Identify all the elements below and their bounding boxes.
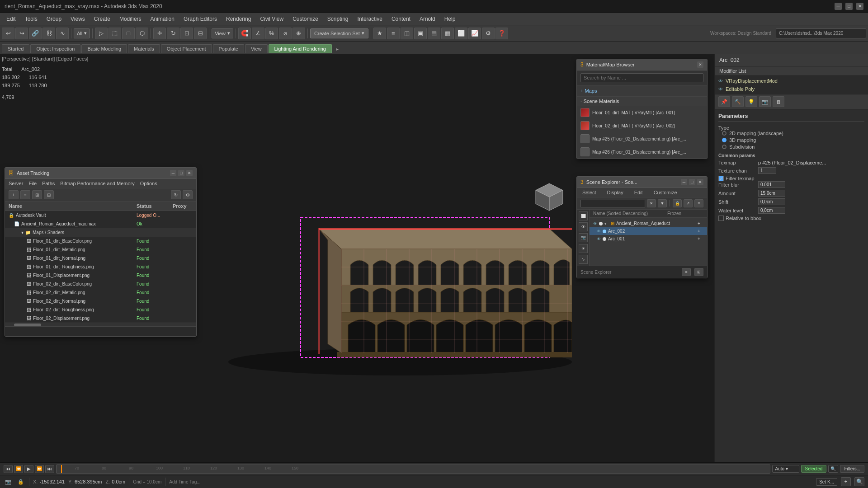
render-btn[interactable]: ▣ [414,28,427,39]
menu-group[interactable]: Group [42,14,66,24]
select-poly-button[interactable]: ⬡ [136,28,148,39]
relative-bbox-row[interactable]: Relative to bbox [718,216,864,221]
mat-entry-3[interactable]: Map #25 (Floor_02_Displacement.png) [Arc… [577,132,707,145]
scene-side-btn5[interactable]: ∿ [579,255,588,264]
modifier-editable-poly[interactable]: 👁 Editable Poly [715,85,868,93]
asset-menu-server[interactable]: Server [9,181,23,186]
asset-menu-bitmap[interactable]: Bitmap Performance and Memory [60,181,134,186]
rp-cam-btn[interactable]: 📷 [759,96,771,107]
filters-btn[interactable]: Filters... [840,465,864,473]
asset-menu-file[interactable]: File [28,181,37,186]
tab-basic-modeling[interactable]: Basic Modeling [81,44,127,53]
scene-tab-display[interactable]: Display [602,188,629,197]
asset-row-tex8[interactable]: 🖼Floor_02_dirt_Normal.png Found [5,297,196,305]
create-selection-button[interactable]: Create Selection Set ▾ [310,28,368,38]
rp-pin-btn[interactable]: 📌 [718,96,730,107]
mat-entry-2[interactable]: Floor_02_dirt_MAT ( VRayMtl ) [Arc_002] [577,119,707,132]
menu-create[interactable]: Create [90,14,115,24]
rp-hammer-btn[interactable]: 🔨 [732,96,744,107]
scene-materials-header[interactable]: - Scene Materials [577,97,707,106]
asset-row-file[interactable]: 📄 Ancient_Roman_Aqueduct_max.max Ok [5,220,196,228]
tab-object-inspection[interactable]: Object Inspection [30,44,80,53]
asset-tb-refresh[interactable]: ↻ [171,190,181,199]
scene-item-group[interactable]: 👁 ▾ ⊞ Ancient_Roman_Aqueduct + [590,220,707,227]
asset-menu-paths[interactable]: Paths [42,181,55,186]
filter-texmap-row[interactable]: ✓ Filter texmap [718,176,864,181]
asset-close-btn[interactable]: ✕ [186,170,193,176]
scene-side-btn3[interactable]: 📷 [579,233,588,242]
settings-btn[interactable]: ⚙ [482,28,495,39]
tab-populate[interactable]: Populate [213,44,244,53]
select-region-button[interactable]: ⬚ [108,28,121,39]
filter-blur-input[interactable] [758,181,785,188]
menu-tools[interactable]: Tools [20,14,42,24]
scene-tb-filter[interactable]: ▼ [658,199,667,207]
tree-eye-arc002[interactable]: 👁 [597,229,601,234]
menu-rendering[interactable]: Rendering [222,14,255,24]
asset-row-tex4[interactable]: 🖼Floor_01_dirt_Roughness.png Found [5,263,196,271]
material-panel[interactable]: 3 Material/Map Browser ✕ + Maps - Scene … [576,59,708,159]
menu-graph-editors[interactable]: Graph Editors [179,14,222,24]
scene-side-btn4[interactable]: ☀ [579,244,588,253]
menu-arnold[interactable]: Arnold [415,14,440,24]
material-maps-toggle[interactable]: + Maps [580,88,597,94]
scrollbar-thumb[interactable] [14,324,41,326]
menu-interactive[interactable]: Interactive [353,14,387,24]
set-k-btn[interactable]: Set K... [816,478,837,486]
asset-menu-options[interactable]: Options [140,181,157,186]
vp-lock-icon[interactable]: 🔒 [16,478,25,486]
relative-bbox-checkbox[interactable] [718,216,724,221]
display-btn[interactable]: ◫ [401,28,413,39]
asset-row-tex9[interactable]: 🖼Floor_02_dirt_Roughness.png Found [5,305,196,314]
add-time-tag[interactable]: Add Time Tag... [169,479,200,484]
menu-edit[interactable]: Edit [2,14,20,24]
snap-percent[interactable]: % [265,28,278,39]
auto-dropdown[interactable]: Auto ▾ [772,465,799,473]
minimize-button[interactable]: ─ [835,3,842,10]
type-3d[interactable]: 3D mapping [722,137,864,143]
render2-btn[interactable]: ▤ [428,28,440,39]
scene-tb-clear[interactable]: ✕ [647,199,656,207]
scene-tb-lock[interactable]: 🔒 [673,199,682,207]
xform-button[interactable]: ⊕ [292,28,305,39]
timeline-area[interactable]: 70 80 90 100 110 120 130 140 150 [56,465,770,474]
rp-light-btn[interactable]: 💡 [745,96,757,107]
asset-row-tex7[interactable]: 🖼Floor_02_dirt_Metalic.png Found [5,288,196,297]
anim-play-btn[interactable]: ▶ [24,465,33,473]
asset-row-maps-folder[interactable]: ▾ 📁 Maps / Shaders [5,228,196,237]
anim-start-btn[interactable]: ⏮ [4,465,13,473]
move-button[interactable]: ✛ [153,28,166,39]
menu-content[interactable]: Content [387,14,415,24]
modifier-eye-icon[interactable]: 👁 [718,79,723,84]
material-panel-header[interactable]: 3 Material/Map Browser ✕ [577,59,707,70]
texture-chan-input[interactable] [758,167,776,174]
menu-help[interactable]: Help [440,14,460,24]
render3-btn[interactable]: ▦ [441,28,454,39]
maximize-button[interactable]: □ [845,3,853,10]
type-2d[interactable]: 2D mapping (landscape) [722,131,864,136]
scene-maximize-btn[interactable]: □ [689,179,695,185]
view-dropdown[interactable]: View ▾ [212,28,233,38]
asset-tracking-panel[interactable]: 🗄 Asset Tracking ─ □ ✕ Server File Paths… [5,167,197,337]
curve-ed-btn[interactable]: 📈 [468,28,481,39]
unlink-button[interactable]: ⛓ [42,28,55,39]
select-button[interactable]: ▷ [95,28,108,39]
scene-tab-customize[interactable]: Customize [648,188,683,197]
link-button[interactable]: 🔗 [29,28,42,39]
layer-btn[interactable]: ≡ [387,28,400,39]
scene-explorer-panel[interactable]: 3 Scene Explorer - Sce... ─ □ ✕ Select D… [576,176,708,278]
asset-panel-header[interactable]: 🗄 Asset Tracking ─ □ ✕ [5,168,196,179]
material-close-btn[interactable]: ✕ [697,61,703,68]
scene-side-btn2[interactable]: 👁 [579,222,588,231]
anim-prev-btn[interactable]: ⏪ [14,465,23,473]
asset-row-tex1[interactable]: 🖼Floor_01_dirt_BaseColor.png Found [5,237,196,245]
scene-item-arc002[interactable]: 👁 Arc_002 + [590,227,707,235]
shift-input[interactable] [758,198,785,205]
asset-tb-btn1[interactable]: + [9,190,19,199]
type-subdiv[interactable]: Subdivision [722,144,864,150]
water-level-input[interactable] [758,207,785,214]
asset-scrollbar[interactable] [5,323,196,326]
asset-tb-settings[interactable]: ⚙ [183,190,193,199]
tree-eye-arc001[interactable]: 👁 [597,237,601,241]
tree-eye-group[interactable]: 👁 [593,221,597,226]
